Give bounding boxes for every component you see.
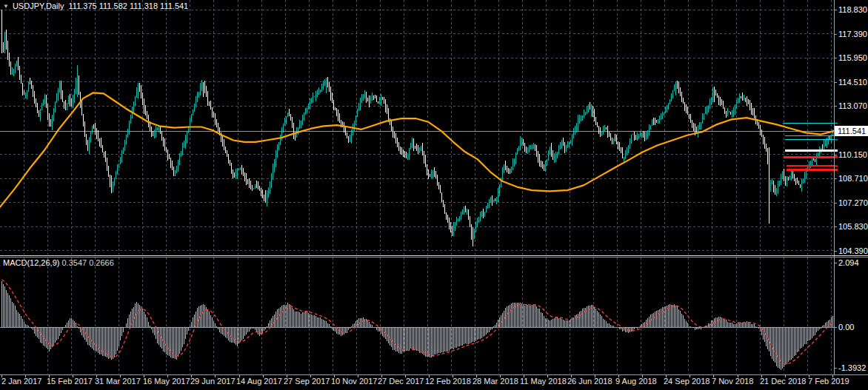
date-axis-label: 29 Jun 2017 [190, 377, 236, 386]
price-axis-label: 105.830 [838, 223, 868, 231]
price-axis-label: 118.830 [838, 6, 867, 14]
chart-canvas[interactable] [0, 0, 868, 390]
date-axis-label: 16 May 2017 [143, 377, 190, 386]
trading-chart-window: ▼USDJPY,Daily 111.375 111.582 111.318 11… [0, 0, 868, 390]
price-axis-label: 113.070 [838, 102, 867, 110]
date-axis-label: 9 Aug 2018 [615, 377, 657, 386]
date-axis-label: 28 Mar 2018 [473, 377, 518, 386]
date-axis-label: 31 Mar 2017 [95, 377, 141, 386]
chart-dropdown-icon[interactable]: ▼ [3, 3, 9, 10]
current-price-badge: 111.541 [835, 126, 868, 136]
date-axis-label: 7 Nov 2018 [712, 377, 753, 386]
price-axis-label: 104.390 [838, 246, 868, 255]
price-axis-label: 115.950 [838, 54, 867, 62]
price-axis-label: 107.270 [838, 198, 868, 206]
date-axis-label: 12 Feb 2018 [425, 377, 471, 386]
date-axis-label: 2 Jan 2017 [1, 377, 41, 386]
macd-axis-label: 0.00 [838, 323, 854, 332]
price-axis-label: 110.150 [838, 150, 867, 158]
price-axis-label: 108.710 [838, 175, 868, 183]
date-axis-label: 24 Sep 2018 [664, 377, 710, 386]
symbol-period-label: USDJPY,Daily [13, 1, 64, 10]
date-axis-label: 15 Feb 2017 [47, 377, 93, 386]
date-axis-separator [0, 374, 868, 375]
price-axis-label: 117.390 [838, 30, 867, 38]
date-axis-label: 11 May 2018 [520, 377, 567, 386]
date-axis-label: 21 Dec 2018 [760, 377, 806, 386]
macd-values: 0.3547 0.2666 [61, 258, 113, 267]
date-axis-label: 27 Sep 2017 [284, 377, 330, 386]
macd-name: MACD(12,26,9) [3, 258, 59, 267]
date-axis-label: 7 Feb 2019 [808, 377, 849, 386]
macd-axis-label: -1.3932 [838, 364, 866, 372]
pane-separator-bottom [0, 257, 868, 258]
date-axis-label: 10 Nov 2017 [331, 377, 377, 386]
grid-lines [0, 0, 834, 374]
chart-title: ▼USDJPY,Daily 111.375 111.582 111.318 11… [3, 1, 188, 11]
pane-separator-top[interactable] [0, 255, 868, 256]
ohlc-quote-label: 111.375 111.582 111.318 111.541 [69, 1, 189, 10]
macd-axis-label: 2.094 [838, 259, 859, 267]
price-axis-label: 114.510 [838, 78, 867, 86]
macd-signal-line [2, 280, 833, 364]
date-axis-label: 14 Aug 2017 [236, 377, 282, 386]
date-axis-label: 26 Jun 2018 [567, 377, 612, 386]
macd-indicator-label: MACD(12,26,9) 0.3547 0.2666 [3, 258, 114, 267]
date-axis-label: 27 Dec 2017 [378, 377, 424, 386]
